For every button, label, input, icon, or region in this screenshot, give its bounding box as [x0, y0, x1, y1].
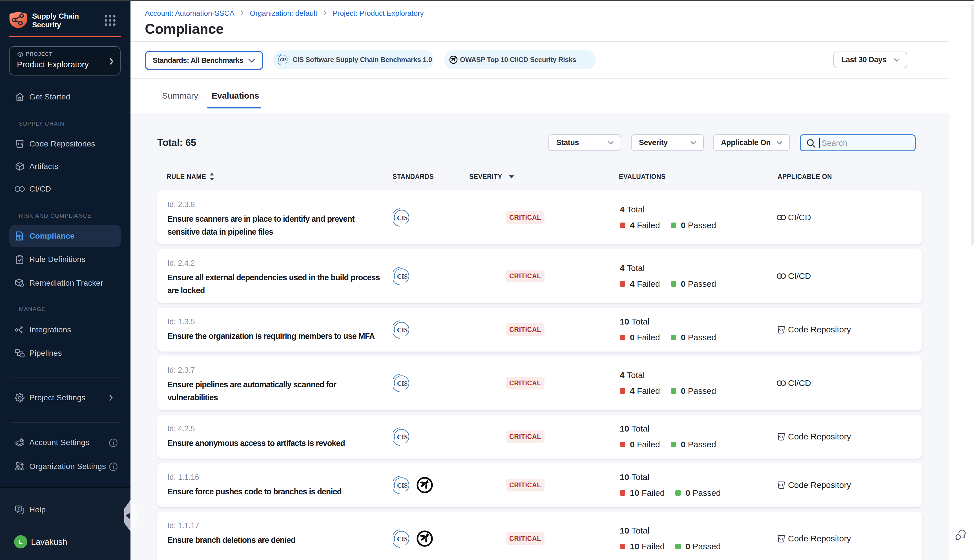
svg-text:CIS: CIS	[397, 327, 407, 333]
svg-text:CIS: CIS	[280, 57, 287, 62]
svg-text:CIS: CIS	[397, 214, 407, 222]
svg-text:CIS: CIS	[397, 273, 407, 280]
svg-text:?: ?	[17, 506, 20, 511]
svg-text:CIS: CIS	[397, 535, 407, 543]
svg-text:CIS: CIS	[397, 482, 407, 489]
svg-text:CIS: CIS	[397, 433, 407, 440]
svg-text:CIS: CIS	[397, 380, 407, 387]
